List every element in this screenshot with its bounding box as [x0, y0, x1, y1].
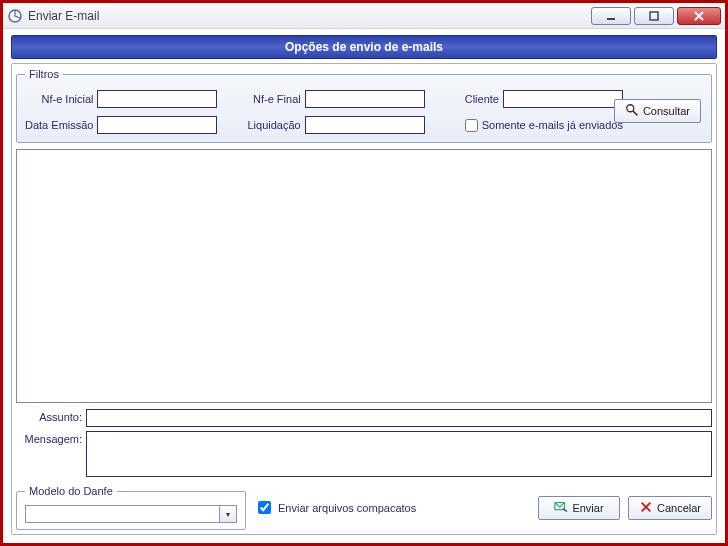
data-emissao-label: Data Emissão	[25, 119, 97, 131]
cancel-icon	[639, 500, 653, 516]
somente-enviados-label: Somente e-mails já enviados	[482, 119, 623, 131]
modelo-input[interactable]	[25, 505, 219, 523]
liquidacao-input[interactable]	[305, 116, 425, 134]
search-icon	[625, 103, 639, 119]
cliente-label: Cliente	[465, 93, 503, 105]
svg-point-3	[627, 105, 634, 112]
assunto-label: Assunto:	[16, 409, 82, 423]
assunto-input[interactable]	[86, 409, 712, 427]
modelo-group: Modelo do Danfe ▾	[16, 485, 246, 530]
minimize-button[interactable]	[591, 7, 631, 25]
chevron-down-icon[interactable]: ▾	[219, 505, 237, 523]
svg-rect-1	[607, 18, 615, 20]
modelo-combobox[interactable]: ▾	[25, 505, 237, 523]
compact-checkbox-wrap[interactable]: Enviar arquivos compacatos	[254, 498, 416, 517]
consultar-button[interactable]: Consultar	[614, 99, 701, 123]
bottom-bar: Modelo do Danfe ▾ Enviar arquivos compac…	[16, 485, 712, 530]
liquidacao-label: Liquidação	[247, 119, 304, 131]
somente-enviados-checkbox-wrap[interactable]: Somente e-mails já enviados	[465, 119, 623, 132]
results-list[interactable]	[16, 149, 712, 403]
filters-legend: Filtros	[25, 68, 63, 80]
compact-label: Enviar arquivos compacatos	[278, 502, 416, 514]
app-icon	[7, 8, 23, 24]
mensagem-label: Mensagem:	[16, 431, 82, 445]
compact-checkbox[interactable]	[258, 501, 271, 514]
nfe-inicial-input[interactable]	[97, 90, 217, 108]
mensagem-input[interactable]	[86, 431, 712, 477]
nfe-final-label: Nf-e Final	[247, 93, 304, 105]
data-emissao-input[interactable]	[97, 116, 217, 134]
close-button[interactable]	[677, 7, 721, 25]
svg-rect-2	[650, 12, 658, 20]
cancelar-button[interactable]: Cancelar	[628, 496, 712, 520]
window-title: Enviar E-mail	[28, 9, 99, 23]
enviar-label: Enviar	[572, 502, 603, 514]
maximize-button[interactable]	[634, 7, 674, 25]
modelo-legend: Modelo do Danfe	[25, 485, 117, 497]
cancelar-label: Cancelar	[657, 502, 701, 514]
nfe-final-input[interactable]	[305, 90, 425, 108]
window-frame: Enviar E-mail Opções de envio de e-mails…	[0, 0, 728, 546]
cliente-input[interactable]	[503, 90, 623, 108]
filters-group: Filtros Nf-e Inicial Nf-e Final Cliente …	[16, 68, 712, 143]
client-area: Filtros Nf-e Inicial Nf-e Final Cliente …	[11, 63, 717, 535]
titlebar: Enviar E-mail	[3, 3, 725, 29]
window-controls	[588, 7, 721, 25]
enviar-button[interactable]: Enviar	[538, 496, 620, 520]
nfe-inicial-label: Nf-e Inicial	[25, 93, 97, 105]
banner-title: Opções de envio de e-mails	[11, 35, 717, 59]
send-icon	[554, 500, 568, 516]
consultar-label: Consultar	[643, 105, 690, 117]
somente-enviados-checkbox[interactable]	[465, 119, 478, 132]
